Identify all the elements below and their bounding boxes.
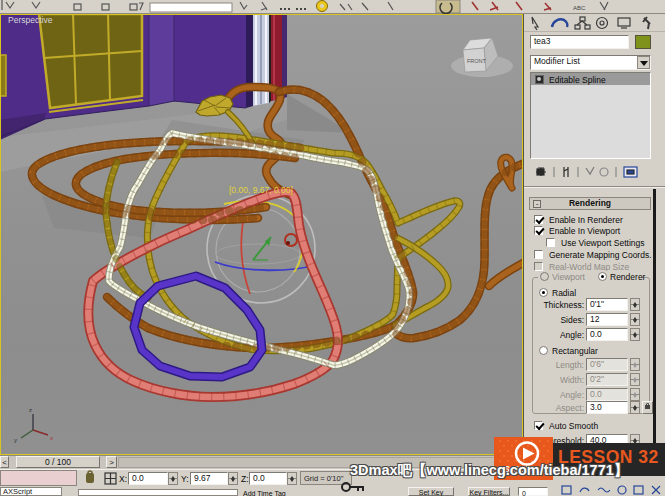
svg-text:y: y <box>14 437 17 443</box>
svg-text:[0.00, 9.67, 0.00]: [0.00, 9.67, 0.00] <box>229 185 293 195</box>
svg-text:FRONT: FRONT <box>467 58 487 64</box>
svg-text:x: x <box>50 435 53 441</box>
svg-text:Perspective: Perspective <box>8 15 53 25</box>
svg-text:z: z <box>29 407 32 413</box>
